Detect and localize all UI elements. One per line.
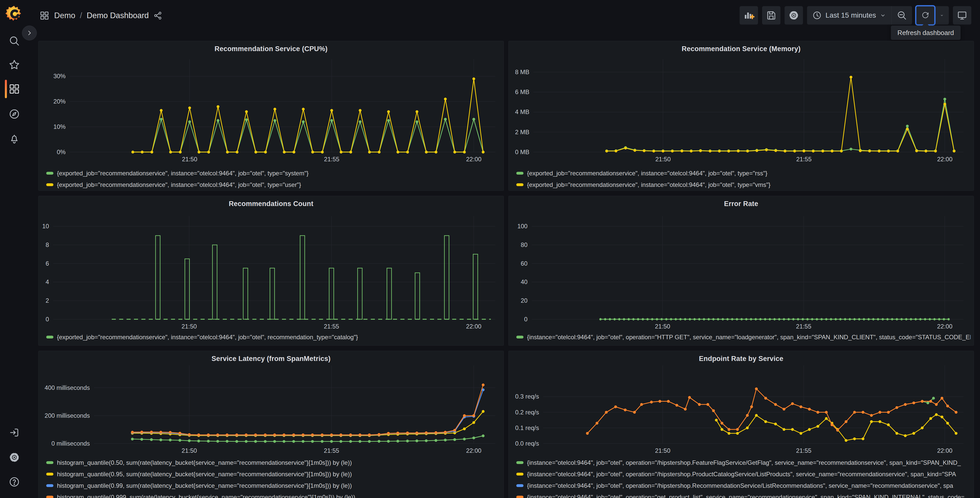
svg-text:21:55: 21:55 <box>796 447 811 454</box>
sidebar-expand-button[interactable] <box>22 26 37 40</box>
legend-item[interactable]: {exported_job="recommendationservice", i… <box>516 168 970 179</box>
legend-swatch <box>516 484 523 487</box>
svg-text:21:55: 21:55 <box>324 323 339 330</box>
save-dashboard-button[interactable] <box>762 6 781 24</box>
svg-text:10%: 10% <box>53 123 66 130</box>
time-range-picker[interactable]: Last 15 minutes <box>807 6 891 24</box>
legend-item[interactable]: {exported_job="recommendationservice", i… <box>46 179 501 190</box>
panel-error-rate: Error Rate 02040608010021:5021:5522:00 {… <box>508 196 974 346</box>
svg-text:20: 20 <box>521 297 528 304</box>
svg-text:21:55: 21:55 <box>796 156 811 163</box>
panel-legend: {instance="otelcol:9464", job="otel", op… <box>516 457 970 498</box>
grafana-logo[interactable] <box>5 5 23 22</box>
legend-swatch <box>46 473 53 476</box>
legend-swatch <box>46 461 53 464</box>
tooltip-text: Refresh dashboard <box>897 29 954 37</box>
star-icon <box>9 59 20 70</box>
refresh-dashboard-button[interactable] <box>916 6 934 24</box>
dashboard-settings-button[interactable] <box>784 6 803 24</box>
service-latency-chart[interactable]: 0 milliseconds200 milliseconds400 millis… <box>41 364 501 456</box>
grafana-app: Demo / Demo Dashboard Last 15 mi <box>0 0 980 498</box>
legend-swatch <box>46 496 53 498</box>
sidebar-item-starred[interactable] <box>9 59 20 70</box>
legend-item[interactable]: {exported_job="recommendationservice", i… <box>46 331 501 343</box>
error-rate-chart[interactable]: 02040608010021:5021:5522:00 <box>512 209 970 330</box>
legend-item[interactable]: histogram_quantile(0.50, sum(rate(latenc… <box>46 457 501 468</box>
endpoint-rate-chart[interactable]: 0.0 req/s0.1 req/s0.2 req/s0.3 req/s21:5… <box>512 364 970 456</box>
help-icon <box>9 476 20 487</box>
zoom-out-time-button[interactable] <box>891 6 912 24</box>
panel-legend: {exported_job="recommendationservice", i… <box>46 168 501 190</box>
legend-item[interactable]: histogram_quantile(0.95, sum(rate(latenc… <box>46 468 501 480</box>
svg-text:22:00: 22:00 <box>466 447 481 454</box>
panel-legend: {exported_job="recommendationservice", i… <box>46 331 501 343</box>
memory-chart[interactable]: 0 MB2 MB4 MB6 MB8 MB21:5021:5522:00 <box>512 54 970 166</box>
share-icon[interactable] <box>153 11 162 20</box>
sidebar-item-explore[interactable] <box>9 109 20 120</box>
recommendations-count-chart[interactable]: 024681021:5021:5522:00 <box>41 209 501 330</box>
panel-title[interactable]: Recommendations Count <box>41 199 501 209</box>
legend-item[interactable]: {exported_job="recommendationservice", i… <box>516 179 970 190</box>
legend-item[interactable]: {instance="otelcol:9464", job="otel", op… <box>516 457 970 468</box>
svg-text:22:00: 22:00 <box>937 156 952 163</box>
caret-down-icon <box>880 12 886 19</box>
breadcrumb-page-title[interactable]: Demo Dashboard <box>87 11 149 20</box>
chevron-right-icon <box>26 30 33 36</box>
panel-title[interactable]: Recommendation Service (CPU%) <box>41 44 501 54</box>
panel-title[interactable]: Recommendation Service (Memory) <box>512 44 970 54</box>
svg-text:0: 0 <box>524 316 528 322</box>
refresh-interval-dropdown[interactable] <box>934 6 949 24</box>
add-panel-button[interactable] <box>740 6 758 24</box>
sign-in-icon <box>9 427 20 438</box>
breadcrumb-section[interactable]: Demo <box>54 11 75 20</box>
sidebar-item-search[interactable] <box>9 35 20 46</box>
svg-text:22:00: 22:00 <box>466 323 481 330</box>
sidebar-item-alerting[interactable] <box>9 134 20 145</box>
panel-legend: {exported_job="recommendationservice", i… <box>516 168 970 190</box>
svg-text:21:55: 21:55 <box>324 156 339 163</box>
svg-text:0.0 req/s: 0.0 req/s <box>515 440 539 447</box>
svg-text:100: 100 <box>517 223 528 230</box>
refresh-icon <box>921 10 929 21</box>
legend-item[interactable]: histogram_quantile(0.999, sum(rate(laten… <box>46 492 501 498</box>
svg-text:0 MB: 0 MB <box>515 148 529 155</box>
svg-text:22:00: 22:00 <box>937 447 952 454</box>
legend-item[interactable]: {instance="otelcol:9464", job="otel", op… <box>516 331 970 343</box>
cpu-chart[interactable]: 0%10%20%30%21:5021:5522:00 <box>41 54 501 166</box>
svg-text:60: 60 <box>521 260 528 267</box>
panel-title[interactable]: Service Latency (from SpanMetrics) <box>41 354 501 364</box>
legend-item[interactable]: histogram_quantile(0.99, sum(rate(latenc… <box>46 480 501 492</box>
alerting-bell-icon <box>9 134 20 145</box>
cycle-view-mode-button[interactable] <box>953 6 971 24</box>
legend-item[interactable]: {instance="otelcol:9464", job="otel", op… <box>516 480 970 492</box>
panel-title[interactable]: Error Rate <box>512 199 970 209</box>
panel-recommendations-count: Recommendations Count 024681021:5021:552… <box>38 196 504 346</box>
svg-text:21:50: 21:50 <box>181 447 197 454</box>
sidebar-item-settings[interactable] <box>9 452 20 463</box>
legend-swatch <box>46 172 53 175</box>
svg-text:21:50: 21:50 <box>181 323 197 330</box>
svg-text:8 MB: 8 MB <box>515 69 529 75</box>
svg-text:22:00: 22:00 <box>466 156 481 163</box>
legend-item[interactable]: {instance="otelcol:9464", job="otel", op… <box>516 492 970 498</box>
breadcrumb: Demo / Demo Dashboard <box>39 0 162 31</box>
toolbar: Last 15 minutes <box>740 6 971 24</box>
legend-label: {instance="otelcol:9464", job="otel", op… <box>527 471 956 478</box>
panel-recommendation-cpu: Recommendation Service (CPU%) 0%10%20%30… <box>38 41 504 191</box>
settings-gear-icon <box>788 10 799 21</box>
svg-text:21:55: 21:55 <box>796 323 811 330</box>
sidebar-item-dashboards[interactable] <box>9 83 20 94</box>
panel-title[interactable]: Endpoint Rate by Service <box>512 354 970 364</box>
svg-text:21:50: 21:50 <box>655 156 671 163</box>
breadcrumb-separator: / <box>80 11 82 20</box>
svg-text:0.3 req/s: 0.3 req/s <box>515 393 539 400</box>
legend-label: histogram_quantile(0.999, sum(rate(laten… <box>57 494 355 498</box>
svg-text:2: 2 <box>46 297 49 304</box>
clock-icon <box>812 11 822 20</box>
explore-compass-icon <box>9 109 20 120</box>
legend-item[interactable]: {instance="otelcol:9464", job="otel", op… <box>516 468 970 480</box>
svg-text:4: 4 <box>46 278 49 285</box>
sidebar-item-help[interactable] <box>9 476 20 487</box>
legend-item[interactable]: {exported_job="recommendationservice", i… <box>46 168 501 179</box>
sidebar-item-sign-in[interactable] <box>9 427 20 438</box>
